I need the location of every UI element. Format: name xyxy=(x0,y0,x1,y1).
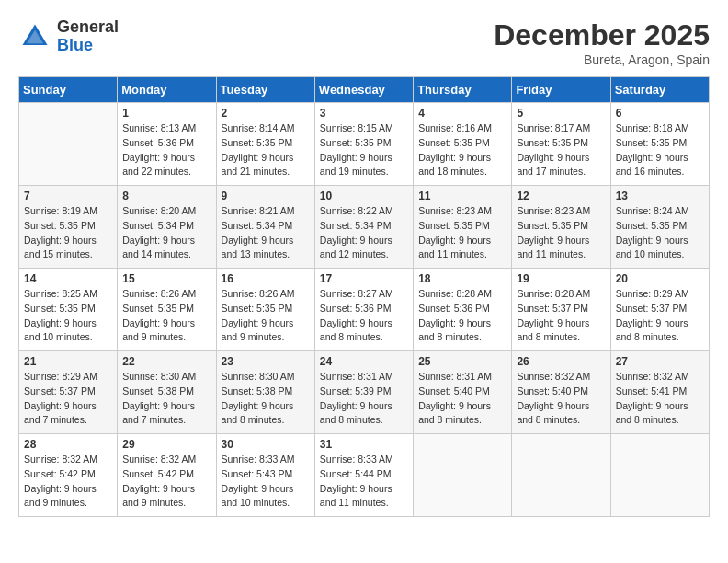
calendar-cell: 1Sunrise: 8:13 AMSunset: 5:36 PMDaylight… xyxy=(118,103,216,186)
sunrise: Sunrise: 8:33 AM xyxy=(320,454,393,465)
sunrise: Sunrise: 8:32 AM xyxy=(517,371,590,382)
calendar-cell xyxy=(610,434,709,517)
calendar-cell: 19Sunrise: 8:28 AMSunset: 5:37 PMDayligh… xyxy=(512,269,610,351)
sunrise: Sunrise: 8:27 AM xyxy=(320,288,393,299)
cell-info: Sunrise: 8:32 AMSunset: 5:42 PMDaylight:… xyxy=(122,453,210,511)
week-row: 21Sunrise: 8:29 AMSunset: 5:37 PMDayligh… xyxy=(19,351,710,434)
daylight: Daylight: 9 hours and 12 minutes. xyxy=(320,235,392,260)
calendar-cell: 21Sunrise: 8:29 AMSunset: 5:37 PMDayligh… xyxy=(19,351,118,434)
cell-info: Sunrise: 8:31 AMSunset: 5:40 PMDaylight:… xyxy=(418,370,506,428)
day-number: 14 xyxy=(24,272,112,285)
daylight: Daylight: 9 hours and 13 minutes. xyxy=(222,235,294,260)
calendar-cell: 29Sunrise: 8:32 AMSunset: 5:42 PMDayligh… xyxy=(118,434,216,517)
daylight: Daylight: 9 hours and 9 minutes. xyxy=(122,317,195,343)
sunrise: Sunrise: 8:26 AM xyxy=(122,288,196,299)
cell-info: Sunrise: 8:26 AMSunset: 5:35 PMDaylight:… xyxy=(222,287,310,345)
calendar-cell: 18Sunrise: 8:28 AMSunset: 5:36 PMDayligh… xyxy=(414,269,512,351)
sunrise: Sunrise: 8:21 AM xyxy=(222,205,295,216)
sunrise: Sunrise: 8:15 AM xyxy=(320,122,393,133)
day-number: 31 xyxy=(320,438,408,451)
sunset: Sunset: 5:43 PM xyxy=(222,468,293,479)
daylight: Daylight: 9 hours and 8 minutes. xyxy=(517,317,589,343)
daylight: Daylight: 9 hours and 22 minutes. xyxy=(122,152,195,178)
calendar-cell xyxy=(19,103,118,186)
sunset: Sunset: 5:34 PM xyxy=(320,220,392,231)
daylight: Daylight: 9 hours and 7 minutes. xyxy=(24,400,97,426)
cell-info: Sunrise: 8:25 AMSunset: 5:35 PMDaylight:… xyxy=(24,287,112,345)
day-number: 1 xyxy=(122,107,210,120)
daylight: Daylight: 9 hours and 8 minutes. xyxy=(616,400,688,426)
day-number: 20 xyxy=(616,272,704,285)
sunrise: Sunrise: 8:32 AM xyxy=(24,454,97,465)
sunset: Sunset: 5:36 PM xyxy=(418,303,490,314)
calendar-cell: 7Sunrise: 8:19 AMSunset: 5:35 PMDaylight… xyxy=(19,186,118,269)
month-title: December 2025 xyxy=(494,18,710,52)
sunrise: Sunrise: 8:30 AM xyxy=(122,371,196,382)
sunset: Sunset: 5:35 PM xyxy=(616,137,688,148)
daylight: Daylight: 9 hours and 9 minutes. xyxy=(24,483,97,509)
daylight: Daylight: 9 hours and 14 minutes. xyxy=(122,235,195,260)
week-row: 7Sunrise: 8:19 AMSunset: 5:35 PMDaylight… xyxy=(19,186,710,269)
title-block: December 2025 Bureta, Aragon, Spain xyxy=(494,18,710,67)
daylight: Daylight: 9 hours and 16 minutes. xyxy=(616,152,688,178)
cell-info: Sunrise: 8:21 AMSunset: 5:34 PMDaylight:… xyxy=(222,204,310,262)
sunset: Sunset: 5:35 PM xyxy=(24,303,96,314)
calendar-cell: 17Sunrise: 8:27 AMSunset: 5:36 PMDayligh… xyxy=(314,269,413,351)
day-number: 7 xyxy=(24,190,112,202)
header-cell-saturday: Saturday xyxy=(610,77,709,103)
daylight: Daylight: 9 hours and 10 minutes. xyxy=(616,235,688,260)
day-number: 10 xyxy=(320,190,408,202)
calendar-cell: 4Sunrise: 8:16 AMSunset: 5:35 PMDaylight… xyxy=(414,103,512,186)
sunset: Sunset: 5:36 PM xyxy=(320,303,392,314)
sunset: Sunset: 5:37 PM xyxy=(24,385,96,396)
sunset: Sunset: 5:35 PM xyxy=(517,220,588,231)
cell-info: Sunrise: 8:32 AMSunset: 5:40 PMDaylight:… xyxy=(517,370,605,428)
cell-info: Sunrise: 8:30 AMSunset: 5:38 PMDaylight:… xyxy=(122,370,210,428)
cell-info: Sunrise: 8:29 AMSunset: 5:37 PMDaylight:… xyxy=(616,287,704,345)
cell-info: Sunrise: 8:22 AMSunset: 5:34 PMDaylight:… xyxy=(320,204,408,262)
header-cell-thursday: Thursday xyxy=(414,77,512,103)
sunset: Sunset: 5:38 PM xyxy=(122,385,194,396)
sunset: Sunset: 5:37 PM xyxy=(517,303,588,314)
sunrise: Sunrise: 8:23 AM xyxy=(418,205,492,216)
calendar-cell: 5Sunrise: 8:17 AMSunset: 5:35 PMDaylight… xyxy=(512,103,610,186)
day-number: 22 xyxy=(122,355,210,368)
sunset: Sunset: 5:44 PM xyxy=(320,468,392,479)
header-row: SundayMondayTuesdayWednesdayThursdayFrid… xyxy=(19,77,710,103)
cell-info: Sunrise: 8:31 AMSunset: 5:39 PMDaylight:… xyxy=(320,370,408,428)
cell-info: Sunrise: 8:15 AMSunset: 5:35 PMDaylight:… xyxy=(320,121,408,179)
sunset: Sunset: 5:35 PM xyxy=(222,137,293,148)
sunset: Sunset: 5:37 PM xyxy=(616,303,688,314)
calendar-cell: 10Sunrise: 8:22 AMSunset: 5:34 PMDayligh… xyxy=(314,186,413,269)
sunset: Sunset: 5:40 PM xyxy=(418,385,490,396)
sunset: Sunset: 5:35 PM xyxy=(24,220,96,231)
sunset: Sunset: 5:36 PM xyxy=(122,137,194,148)
daylight: Daylight: 9 hours and 8 minutes. xyxy=(418,400,491,426)
cell-info: Sunrise: 8:28 AMSunset: 5:36 PMDaylight:… xyxy=(418,287,506,345)
cell-info: Sunrise: 8:20 AMSunset: 5:34 PMDaylight:… xyxy=(122,204,210,262)
calendar-cell: 20Sunrise: 8:29 AMSunset: 5:37 PMDayligh… xyxy=(610,269,709,351)
day-number: 11 xyxy=(418,190,506,202)
cell-info: Sunrise: 8:13 AMSunset: 5:36 PMDaylight:… xyxy=(122,121,210,179)
day-number: 12 xyxy=(517,190,605,202)
sunset: Sunset: 5:35 PM xyxy=(517,137,588,148)
sunset: Sunset: 5:42 PM xyxy=(24,468,96,479)
calendar-cell: 24Sunrise: 8:31 AMSunset: 5:39 PMDayligh… xyxy=(314,351,413,434)
daylight: Daylight: 9 hours and 11 minutes. xyxy=(418,235,491,260)
day-number: 16 xyxy=(222,272,310,285)
calendar-cell: 22Sunrise: 8:30 AMSunset: 5:38 PMDayligh… xyxy=(118,351,216,434)
cell-info: Sunrise: 8:28 AMSunset: 5:37 PMDaylight:… xyxy=(517,287,605,345)
day-number: 8 xyxy=(122,190,210,202)
sunrise: Sunrise: 8:30 AM xyxy=(222,371,295,382)
calendar-cell: 26Sunrise: 8:32 AMSunset: 5:40 PMDayligh… xyxy=(512,351,610,434)
day-number: 17 xyxy=(320,272,408,285)
location: Bureta, Aragon, Spain xyxy=(494,52,710,67)
sunset: Sunset: 5:35 PM xyxy=(320,137,392,148)
day-number: 2 xyxy=(222,107,310,120)
calendar-cell: 16Sunrise: 8:26 AMSunset: 5:35 PMDayligh… xyxy=(216,269,314,351)
daylight: Daylight: 9 hours and 18 minutes. xyxy=(418,152,491,178)
daylight: Daylight: 9 hours and 9 minutes. xyxy=(122,483,195,509)
calendar-cell: 3Sunrise: 8:15 AMSunset: 5:35 PMDaylight… xyxy=(314,103,413,186)
header-cell-friday: Friday xyxy=(512,77,610,103)
week-row: 1Sunrise: 8:13 AMSunset: 5:36 PMDaylight… xyxy=(19,103,710,186)
